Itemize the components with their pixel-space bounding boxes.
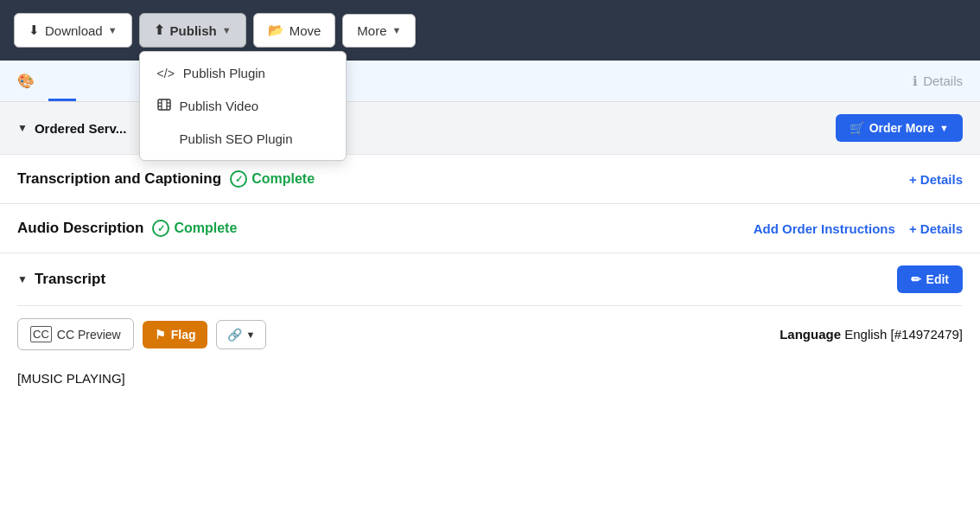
- ordered-services-title: ▼ Ordered Serv...: [17, 121, 126, 136]
- active-tab[interactable]: [48, 61, 76, 101]
- language-info: Language English [#14972479]: [780, 327, 963, 342]
- more-caret-icon: ▼: [392, 25, 402, 35]
- details-link[interactable]: ℹ Details: [913, 74, 963, 89]
- pencil-icon: ✏: [911, 272, 921, 286]
- add-order-instructions-link[interactable]: Add Order Instructions: [754, 221, 895, 236]
- cart-icon: 🛒: [850, 121, 864, 135]
- flag-icon: ⚑: [155, 328, 166, 342]
- publish-upload-icon: ⬆: [154, 22, 165, 38]
- publish-dropdown-container: ⬆ Publish ▼ </> Publish Plugin: [139, 13, 246, 48]
- order-more-button[interactable]: 🛒 Order More ▼: [836, 114, 963, 142]
- transcript-triangle-icon: ▼: [17, 273, 28, 285]
- code-icon: </>: [157, 67, 175, 80]
- transcription-service-name: Transcription and Captioning ✓ Complete: [17, 170, 315, 188]
- film-icon: [157, 98, 171, 114]
- cc-preview-button[interactable]: CC CC Preview: [17, 318, 134, 350]
- publish-caret-icon: ▼: [222, 25, 232, 35]
- transcription-details-link[interactable]: + Details: [909, 172, 963, 187]
- order-more-caret-icon: ▼: [939, 123, 949, 133]
- publish-plugin-item[interactable]: </> Publish Plugin: [140, 57, 346, 89]
- download-button[interactable]: ⬇ Download ▼: [14, 13, 132, 48]
- transcription-status: ✓ Complete: [230, 170, 315, 188]
- audio-description-actions: Add Order Instructions + Details: [754, 221, 963, 236]
- audio-description-status: ✓ Complete: [152, 220, 237, 237]
- transcript-content: [MUSIC PLAYING]: [17, 362, 963, 394]
- audio-details-link[interactable]: + Details: [909, 221, 963, 236]
- info-icon: ℹ: [913, 74, 918, 89]
- transcript-controls: CC CC Preview ⚑ Flag 🔗 ▼ Language Englis…: [17, 306, 963, 362]
- audio-description-service-row: Audio Description ✓ Complete Add Order I…: [0, 204, 980, 253]
- download-icon: ⬇: [29, 22, 40, 38]
- publish-button[interactable]: ⬆ Publish ▼: [139, 13, 246, 48]
- edit-button[interactable]: ✏ Edit: [897, 265, 963, 293]
- download-caret-icon: ▼: [108, 25, 118, 35]
- link-chain-icon: 🔗: [227, 328, 242, 342]
- palette-icon: 🎨: [17, 73, 35, 89]
- move-folder-icon: 📂: [268, 22, 284, 38]
- more-button[interactable]: More ▼: [342, 14, 416, 48]
- link-button[interactable]: 🔗 ▼: [216, 320, 266, 349]
- transcript-title: ▼ Transcript: [17, 271, 105, 288]
- check-circle-icon: ✓: [230, 170, 247, 188]
- transcription-service-row: Transcription and Captioning ✓ Complete …: [0, 155, 980, 204]
- transcription-actions: + Details: [909, 172, 963, 187]
- toolbar: ⬇ Download ▼ ⬆ Publish ▼ </> Publish Plu…: [0, 0, 980, 61]
- audio-check-circle-icon: ✓: [152, 220, 169, 237]
- publish-video-item[interactable]: Publish Video: [140, 89, 346, 123]
- publish-dropdown-menu: </> Publish Plugin Publish Video: [139, 51, 347, 161]
- triangle-expand-icon: ▼: [17, 122, 28, 134]
- publish-seo-item[interactable]: Publish SEO Plugin: [140, 123, 346, 155]
- svg-rect-0: [158, 99, 170, 110]
- link-caret-icon: ▼: [245, 329, 255, 340]
- transcript-header: ▼ Transcript ✏ Edit: [17, 253, 963, 306]
- move-button[interactable]: 📂 Move: [253, 13, 336, 48]
- audio-description-service-name: Audio Description ✓ Complete: [17, 220, 237, 237]
- transcript-section: ▼ Transcript ✏ Edit CC CC Preview ⚑ Flag…: [0, 253, 980, 394]
- flag-button[interactable]: ⚑ Flag: [143, 321, 208, 348]
- palette-tab[interactable]: 🎨: [17, 73, 48, 89]
- cc-icon: CC: [30, 326, 52, 342]
